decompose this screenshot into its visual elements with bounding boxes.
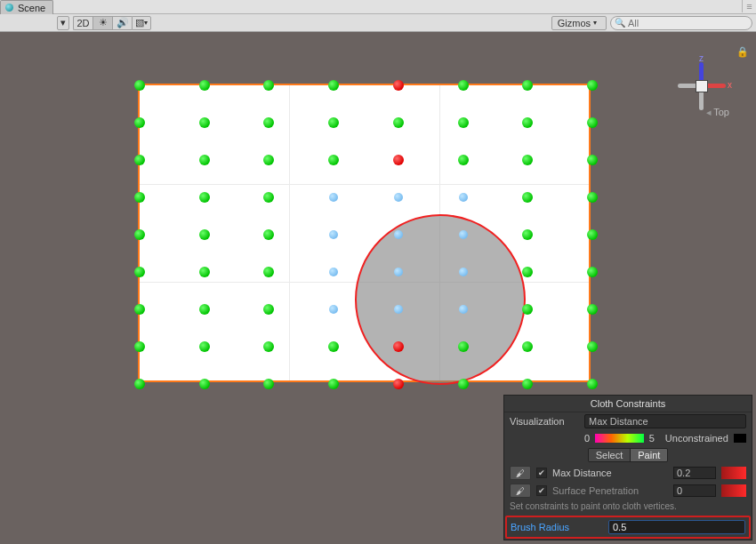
cloth-vertex[interactable]	[263, 192, 274, 203]
paint-brush-gizmo[interactable]	[355, 214, 526, 385]
cloth-vertex[interactable]	[199, 379, 210, 389]
axis-z-positive[interactable]	[699, 62, 704, 80]
cloth-vertex[interactable]	[134, 379, 145, 389]
cloth-vertex[interactable]	[134, 80, 145, 91]
cloth-vertex[interactable]	[328, 155, 339, 165]
cloth-vertex[interactable]	[263, 267, 274, 277]
cloth-vertex[interactable]	[328, 341, 339, 352]
max-distance-checkbox[interactable]: ✔	[536, 468, 547, 478]
cloth-vertex[interactable]	[199, 229, 210, 240]
cloth-vertex[interactable]	[134, 117, 145, 128]
axis-z-negative[interactable]	[699, 92, 704, 110]
cloth-vertex[interactable]	[394, 193, 403, 202]
cloth-vertex[interactable]	[329, 193, 338, 202]
cloth-vertex[interactable]	[393, 379, 404, 389]
max-distance-color[interactable]	[721, 467, 746, 479]
cloth-vertex[interactable]	[522, 267, 533, 277]
cloth-vertex[interactable]	[199, 80, 210, 91]
cloth-vertex[interactable]	[329, 230, 338, 239]
cloth-vertex[interactable]	[459, 230, 468, 239]
gizmo-lock-icon[interactable]: 🔒	[736, 46, 749, 58]
cloth-vertex[interactable]	[522, 192, 533, 203]
cloth-vertex[interactable]	[394, 268, 403, 276]
cloth-vertex[interactable]	[522, 229, 533, 240]
cloth-vertex[interactable]	[587, 267, 598, 277]
cloth-vertex[interactable]	[587, 229, 598, 240]
axis-x-negative[interactable]	[678, 84, 696, 88]
cloth-vertex[interactable]	[134, 229, 145, 240]
cloth-vertex[interactable]	[394, 305, 403, 314]
cloth-vertex[interactable]	[329, 305, 338, 314]
cloth-vertex[interactable]	[199, 304, 210, 315]
cloth-vertex[interactable]	[393, 80, 404, 91]
cloth-vertex[interactable]	[394, 230, 403, 239]
cloth-vertex[interactable]	[393, 341, 404, 352]
cloth-vertex[interactable]	[522, 341, 533, 352]
mode-2d-button[interactable]: 2D	[73, 16, 92, 30]
view-orientation-label[interactable]: Top	[706, 107, 729, 118]
cloth-vertex[interactable]	[522, 117, 533, 128]
cloth-vertex[interactable]	[587, 80, 598, 91]
cloth-vertex[interactable]	[328, 117, 339, 128]
cloth-vertex[interactable]	[522, 304, 533, 315]
cloth-vertex[interactable]	[459, 305, 468, 314]
scene-search-input[interactable]	[628, 18, 748, 28]
select-mode-button[interactable]: Select	[589, 449, 631, 461]
cloth-vertex[interactable]	[458, 80, 469, 91]
scene-search-field[interactable]: 🔍	[610, 16, 752, 30]
cloth-vertex[interactable]	[458, 155, 469, 165]
cloth-vertex[interactable]	[328, 379, 339, 389]
cloth-vertex[interactable]	[134, 341, 145, 352]
max-distance-field[interactable]	[673, 467, 716, 479]
cloth-vertex[interactable]	[199, 341, 210, 352]
cloth-vertex[interactable]	[458, 341, 469, 352]
cloth-vertex[interactable]	[587, 341, 598, 352]
cloth-vertex[interactable]	[522, 80, 533, 91]
cloth-vertex[interactable]	[393, 117, 404, 128]
scene-tab[interactable]: Scene	[0, 0, 53, 14]
cloth-vertex[interactable]	[199, 267, 210, 277]
surface-penetration-checkbox[interactable]: ✔	[536, 485, 547, 496]
surface-penetration-color[interactable]	[721, 484, 746, 497]
cloth-vertex[interactable]	[587, 304, 598, 315]
scene-viewport[interactable]: 🔒 x z Top Cloth Constraints Visualizatio…	[0, 32, 756, 544]
cloth-vertex[interactable]	[522, 155, 533, 165]
cloth-vertex[interactable]	[134, 267, 145, 277]
cloth-vertex[interactable]	[328, 80, 339, 91]
paint-mode-button[interactable]: Paint	[630, 449, 667, 461]
cloth-vertex[interactable]	[587, 117, 598, 128]
cloth-vertex[interactable]	[329, 268, 338, 276]
gizmos-dropdown[interactable]: Gizmos▾	[551, 16, 607, 30]
cloth-vertex[interactable]	[199, 192, 210, 203]
audio-toggle-button[interactable]: 🔊	[112, 16, 132, 30]
cloth-vertex[interactable]	[134, 304, 145, 315]
cloth-vertex[interactable]	[587, 379, 598, 389]
cloth-vertex[interactable]	[458, 117, 469, 128]
shading-mode-dropdown[interactable]: ▾	[57, 16, 69, 30]
cloth-vertex[interactable]	[587, 155, 598, 165]
surface-penetration-field[interactable]	[673, 484, 716, 497]
cloth-vertex[interactable]	[263, 379, 274, 389]
lighting-toggle-button[interactable]: ☀	[92, 16, 112, 30]
cloth-vertex[interactable]	[587, 192, 598, 203]
cloth-vertex[interactable]	[458, 379, 469, 389]
cloth-vertex[interactable]	[459, 268, 468, 276]
cloth-vertex[interactable]	[459, 193, 468, 202]
tab-options-button[interactable]: ≡	[742, 0, 756, 12]
cloth-vertex[interactable]	[263, 229, 274, 240]
cloth-vertex[interactable]	[393, 155, 404, 165]
cloth-vertex[interactable]	[263, 117, 274, 128]
cloth-vertex[interactable]	[199, 117, 210, 128]
axis-center-cube[interactable]	[696, 80, 708, 92]
fx-toggle-button[interactable]: ▧▾	[132, 16, 151, 30]
axis-x-positive[interactable]	[708, 84, 726, 88]
cloth-vertex[interactable]	[263, 155, 274, 165]
cloth-vertex[interactable]	[134, 192, 145, 203]
cloth-vertex[interactable]	[263, 341, 274, 352]
brush-radius-field[interactable]	[608, 520, 745, 534]
cloth-vertex[interactable]	[199, 155, 210, 165]
visualization-dropdown[interactable]: Max Distance	[584, 414, 746, 428]
cloth-vertex[interactable]	[134, 155, 145, 165]
cloth-vertex[interactable]	[522, 379, 533, 389]
cloth-vertex[interactable]	[263, 304, 274, 315]
